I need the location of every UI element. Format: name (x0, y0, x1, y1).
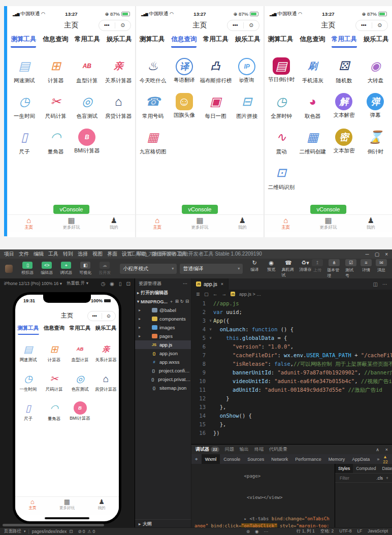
editor-status-item[interactable]: LF (357, 528, 362, 534)
devtools-tab[interactable]: Network (268, 454, 291, 464)
styles-tab[interactable]: Dataset (379, 464, 392, 473)
tab-bar-item[interactable]: ▦ 更多好玩 (179, 216, 221, 232)
explorer-action-icon[interactable]: ↻ (180, 299, 184, 305)
path-mode-select[interactable]: 页面路径 ▾ | pages/index/index ⊡ (4, 528, 73, 534)
toolbar-right-button[interactable]: ⋔ 版本管理 (327, 259, 341, 278)
tool-item[interactable]: 译 粤语翻译 (169, 56, 200, 92)
device-frame-icon[interactable]: ▯ (119, 281, 122, 287)
menu-dots-button[interactable]: ••• (88, 312, 102, 320)
category-tab[interactable]: 信息查询 (297, 35, 329, 48)
tab-bar-item[interactable]: ⌂ 主页 (8, 216, 50, 232)
menu-item[interactable]: 界面 (107, 251, 117, 257)
toolbar-action-button[interactable]: ◉ 预览 (265, 260, 278, 278)
forward-icon[interactable]: → (221, 291, 226, 297)
file-tree-item[interactable]: file # app.wxss (135, 358, 191, 366)
tool-item[interactable]: ▦ 二维码创建 (297, 128, 329, 163)
wxml-tree[interactable]: <page> <view></view> ▸ <t-tabs bind:chan… (191, 464, 335, 528)
split-editor-icon[interactable]: ◫ (373, 281, 378, 287)
tool-item[interactable]: ∿ 震动 (266, 128, 297, 163)
toolbar-action-button[interactable]: ♻▾ 清缓存 (299, 260, 312, 278)
tool-item[interactable]: ▯ 尺子 (9, 128, 40, 163)
explorer-action-icon[interactable]: ＋ (169, 299, 174, 305)
category-tab[interactable]: 测算工具 (8, 35, 40, 48)
tool-item[interactable]: ◕ 取色器 (297, 92, 329, 128)
tool-item[interactable]: ⊟ 图片拼接 (231, 92, 263, 128)
minimize-target-button[interactable]: ⊙ (102, 312, 116, 320)
tool-item[interactable]: AB 血型计算 (67, 342, 93, 371)
file-tree-item[interactable]: file {} app.json (135, 349, 191, 358)
tool-item[interactable]: ▤ 网速测试 (15, 342, 41, 371)
menu-dots-button[interactable]: ••• (227, 21, 243, 30)
tool-item[interactable]: IP ip查询 (231, 56, 263, 92)
debugger-panel-tab[interactable]: 终端 (254, 446, 264, 453)
tab-bar-item[interactable]: ▦ 更多好玩 (50, 498, 84, 515)
category-tab[interactable]: 常用工具 (72, 35, 104, 48)
tab-bar-item[interactable]: ♟ 我的 (84, 498, 119, 515)
tab-bar-item[interactable]: ♟ 我的 (221, 216, 264, 232)
category-tab[interactable]: 娱乐工具 (232, 35, 264, 48)
wxml-node[interactable]: <view></view> (194, 487, 332, 508)
device-select[interactable]: iPhone 12/13 (Pro) 100% 16 ▾ (4, 281, 62, 286)
record-icon[interactable]: ◉ (110, 281, 114, 287)
styles-tab[interactable]: Computed (353, 464, 379, 473)
tool-item[interactable]: 密 文本加密 (329, 128, 360, 163)
category-tab[interactable]: 测算工具 (136, 35, 168, 48)
category-tab[interactable]: 娱乐工具 (360, 35, 392, 48)
tool-item[interactable]: ◷ 一生时间 (9, 92, 40, 128)
tool-item[interactable]: AB 血型计算 (72, 56, 103, 92)
fold-icon[interactable]: ∨ (208, 325, 213, 334)
category-tab[interactable]: 娱乐工具 (103, 35, 135, 48)
tab-bar-item[interactable]: ⌂ 主页 (15, 498, 50, 515)
file-tree-item[interactable]: file JS app.js (135, 340, 191, 349)
tool-item[interactable]: ◷ 全屏时钟 (266, 92, 297, 128)
fold-icon[interactable] (208, 308, 213, 317)
category-tab[interactable]: 测算工具 (15, 325, 41, 335)
tool-item[interactable]: B BMI计算器 (72, 128, 103, 163)
fold-icon[interactable] (208, 299, 213, 308)
vconsole-button[interactable]: vConsole (182, 205, 218, 214)
close-tab-icon[interactable]: × (221, 281, 223, 287)
detach-window-icon[interactable]: ⊡ (126, 281, 130, 287)
warning-count[interactable]: ▲ 22 (383, 454, 387, 464)
toolbar-action-button[interactable]: ☎ 真机调试 (281, 260, 295, 278)
fold-icon[interactable] (208, 429, 213, 437)
fold-icon[interactable]: ∨ (208, 317, 213, 325)
inspect-element-icon[interactable]: ⌖ (191, 456, 202, 462)
maximize-icon[interactable]: ▢ (375, 251, 379, 257)
style-filter-input[interactable] (339, 475, 373, 481)
debugger-panel-tab[interactable]: 输出 (240, 446, 249, 453)
tool-item[interactable]: ◉ 大转盘 (360, 56, 391, 92)
minimize-target-button[interactable]: ⊙ (372, 21, 388, 30)
copy-icon[interactable]: ⊡ (69, 529, 73, 534)
tool-item[interactable]: 亲 关系计算器 (93, 342, 119, 371)
tool-item[interactable]: 凸 福布斯排行榜 (200, 56, 232, 92)
project-section[interactable]: ▾ MINIPROG... ＋⊞↻⊟ (135, 297, 191, 306)
horizontal-scrollbar[interactable] (3, 524, 104, 526)
toolbar-right-button[interactable]: ☑ 测试号 (345, 259, 356, 278)
tab-bar-item[interactable]: ▦ 更多好玩 (50, 216, 93, 232)
error-count[interactable]: ⊘ 0 (78, 529, 85, 534)
minimize-target-button[interactable]: ⊙ (244, 21, 259, 30)
tab-bar-item[interactable]: ♟ 我的 (92, 216, 135, 232)
menu-item[interactable]: 选择 (78, 251, 88, 257)
more-icon[interactable]: ⋯ (264, 529, 268, 534)
category-tab[interactable]: 常用工具 (200, 35, 232, 48)
toolbar-right-button[interactable]: ≡ 详情 (361, 259, 372, 278)
notification-icon[interactable]: ⊚ (246, 529, 250, 534)
tool-item[interactable]: ⊞ 计算器 (40, 56, 72, 92)
styles-tab[interactable]: Styles (335, 464, 353, 473)
tool-item[interactable]: 弹 弹幕 (360, 92, 391, 128)
file-tree-item[interactable]: file {} sitemap.json (135, 384, 191, 392)
toolbar-toggle-button[interactable]: ▯ 模拟器 (19, 262, 36, 275)
user-avatar[interactable] (5, 265, 13, 273)
tool-item[interactable]: ▤ 网速测试 (9, 56, 40, 92)
toolbar-action-button[interactable]: ↻ 编译 (248, 260, 261, 278)
menu-item[interactable]: 编辑 (34, 251, 44, 257)
page-path[interactable]: pages/index/index (32, 529, 67, 534)
toolbar-toggle-button[interactable]: ◧ 可视化 (77, 262, 93, 275)
tool-item[interactable]: ♨ 今天吃什么 (137, 56, 169, 92)
tool-item[interactable]: ◠ 量角器 (40, 128, 72, 163)
close-panel-icon[interactable]: × (385, 447, 388, 452)
vconsole-button[interactable]: vConsole (310, 205, 347, 214)
menu-item[interactable]: 转到 (63, 251, 73, 257)
